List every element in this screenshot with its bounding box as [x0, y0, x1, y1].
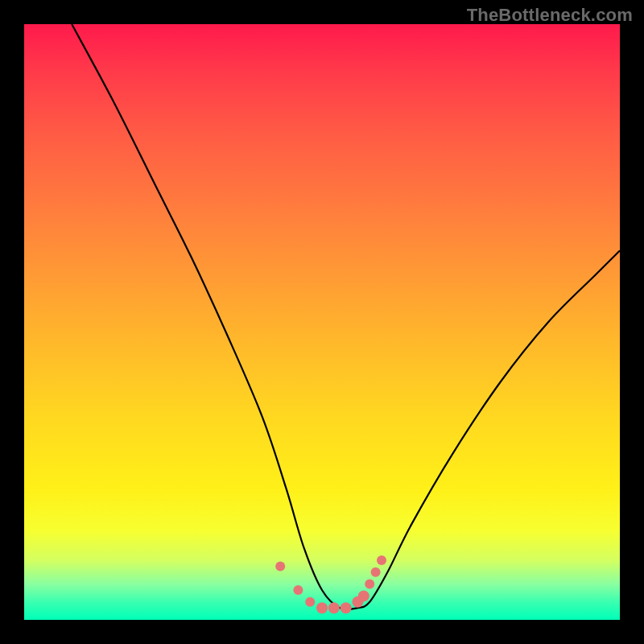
chart-plot-area	[24, 24, 620, 620]
marker-dot	[365, 580, 374, 589]
bottleneck-curve	[72, 24, 620, 609]
marker-group	[275, 555, 386, 613]
marker-dot	[305, 597, 315, 607]
marker-dot	[377, 555, 386, 565]
marker-dot	[328, 602, 340, 613]
marker-dot	[358, 590, 369, 601]
marker-dot	[316, 602, 328, 613]
marker-dot	[341, 602, 352, 613]
marker-dot	[371, 568, 381, 577]
marker-dot	[275, 561, 285, 571]
marker-dot	[293, 585, 303, 595]
watermark-text: TheBottleneck.com	[467, 5, 633, 26]
curve-svg	[24, 24, 620, 620]
